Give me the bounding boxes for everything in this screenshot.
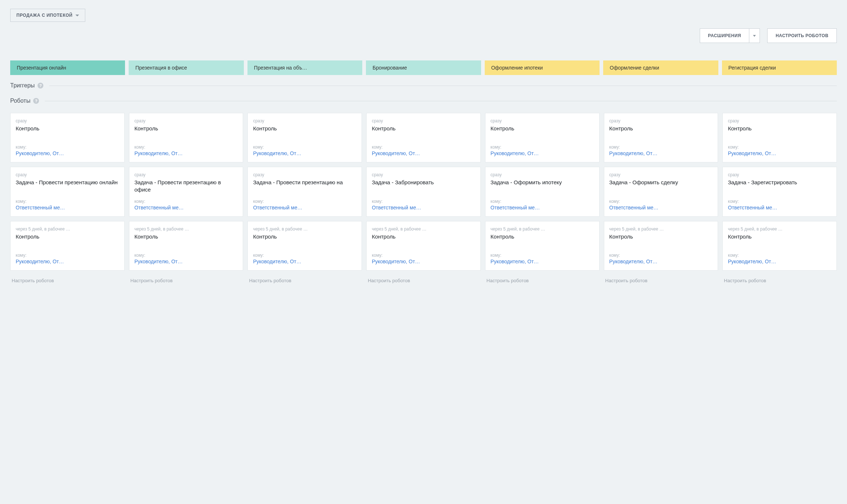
robot-to-value: Руководителю, От… xyxy=(491,150,594,156)
robot-timing: через 5 дней, в рабочее … xyxy=(728,227,831,232)
stage-item[interactable]: Презентация онлайн xyxy=(10,60,125,75)
robot-to-value: Руководителю, От… xyxy=(728,259,831,264)
robot-title: Контроль xyxy=(253,233,356,240)
robot-card[interactable]: сразуЗадача - Провести презентацию наком… xyxy=(247,167,362,217)
stages-row: Презентация онлайнПрезентация в офисеПре… xyxy=(10,60,837,75)
chevron-down-icon xyxy=(753,35,756,37)
robot-title: Контроль xyxy=(728,233,831,240)
stage-item[interactable]: Регистрация сделки xyxy=(722,60,837,75)
extensions-button[interactable]: РАСШИРЕНИЯ xyxy=(700,28,749,43)
robot-card[interactable]: сразуЗадача - Провести презентацию в офи… xyxy=(129,167,243,217)
robot-card[interactable]: сразуКонтролькому:Руководителю, От… xyxy=(10,113,125,162)
robot-to-value: Ответственный ме… xyxy=(253,205,356,210)
stage-item[interactable]: Презентация на объ… xyxy=(247,60,362,75)
robots-row: сразуКонтролькому:Руководителю, От…сразу… xyxy=(10,113,837,162)
configure-robots-link[interactable]: Настроить роботов xyxy=(485,275,600,286)
robot-to-label: кому: xyxy=(16,145,119,150)
robot-timing: сразу xyxy=(609,172,713,177)
triggers-label: Триггеры xyxy=(10,82,35,89)
funnel-selector-label: ПРОДАЖА С ИПОТЕКОЙ xyxy=(16,13,73,18)
robot-timing: через 5 дней, в рабочее … xyxy=(16,227,119,232)
configure-robots-button[interactable]: НАСТРОИТЬ РОБОТОВ xyxy=(767,28,837,43)
funnel-selector[interactable]: ПРОДАЖА С ИПОТЕКОЙ xyxy=(10,9,85,22)
stage-label: Презентация онлайн xyxy=(17,65,72,71)
configure-robots-link[interactable]: Настроить роботов xyxy=(247,275,362,286)
robot-timing: сразу xyxy=(134,118,238,123)
robot-card[interactable]: сразуКонтролькому:Руководителю, От… xyxy=(722,113,837,162)
robot-to-label: кому: xyxy=(728,253,831,258)
robot-to-value: Ответственный ме… xyxy=(134,205,238,210)
robot-title: Задача - Оформить сделку xyxy=(609,179,713,186)
robot-to-label: кому: xyxy=(728,199,831,204)
robot-to-label: кому: xyxy=(16,253,119,258)
robot-to-label: кому: xyxy=(16,199,119,204)
robot-timing: сразу xyxy=(253,118,356,123)
robot-card[interactable]: сразуКонтролькому:Руководителю, От… xyxy=(129,113,243,162)
robot-title: Контроль xyxy=(491,233,594,240)
robot-card[interactable]: через 5 дней, в рабочее …Контролькому:Ру… xyxy=(366,221,481,271)
help-icon[interactable]: ? xyxy=(33,98,39,104)
robot-to-value: Ответственный ме… xyxy=(728,205,831,210)
robot-to-value: Руководителю, От… xyxy=(491,259,594,264)
robot-to-value: Ответственный ме… xyxy=(372,205,475,210)
robot-card[interactable]: сразуКонтролькому:Руководителю, От… xyxy=(604,113,718,162)
stage-label: Презентация в офисе xyxy=(135,65,193,71)
configure-robots-link[interactable]: Настроить роботов xyxy=(10,275,125,286)
robots-section-header: Роботы ? xyxy=(10,98,837,104)
robot-card[interactable]: через 5 дней, в рабочее …Контролькому:Ру… xyxy=(485,221,600,271)
configure-robots-link[interactable]: Настроить роботов xyxy=(129,275,243,286)
robot-card[interactable]: сразуЗадача - Забронироватькому:Ответств… xyxy=(366,167,481,217)
configure-robots-link[interactable]: Настроить роботов xyxy=(366,275,481,286)
robot-title: Задача - Оформить ипотеку xyxy=(491,179,594,186)
robot-title: Задача - Забронировать xyxy=(372,179,475,186)
configure-robots-link[interactable]: Настроить роботов xyxy=(604,275,718,286)
robot-to-value: Руководителю, От… xyxy=(134,259,238,264)
robot-title: Контроль xyxy=(253,125,356,132)
robot-to-value: Руководителю, От… xyxy=(253,150,356,156)
robots-label: Роботы xyxy=(10,98,30,104)
robot-card[interactable]: через 5 дней, в рабочее …Контролькому:Ру… xyxy=(129,221,243,271)
robot-timing: сразу xyxy=(491,118,594,123)
robot-to-label: кому: xyxy=(372,199,475,204)
robot-card[interactable]: сразуЗадача - Оформить ипотекукому:Ответ… xyxy=(485,167,600,217)
stage-label: Регистрация сделки xyxy=(729,65,782,71)
robot-timing: сразу xyxy=(134,172,238,177)
stage-item[interactable]: Бронирование xyxy=(366,60,481,75)
help-icon[interactable]: ? xyxy=(38,83,43,88)
robot-timing: сразу xyxy=(253,172,356,177)
robot-timing: сразу xyxy=(16,118,119,123)
robot-to-value: Руководителю, От… xyxy=(372,259,475,264)
stage-item[interactable]: Оформление сделки xyxy=(603,60,718,75)
robot-to-label: кому: xyxy=(253,253,356,258)
robot-title: Контроль xyxy=(16,125,119,132)
robot-card[interactable]: сразуКонтролькому:Руководителю, От… xyxy=(485,113,600,162)
stage-item[interactable]: Оформление ипотеки xyxy=(485,60,600,75)
robot-timing: сразу xyxy=(372,172,475,177)
robot-title: Контроль xyxy=(134,125,238,132)
robot-title: Задача - Провести презентацию на xyxy=(253,179,356,186)
robot-title: Контроль xyxy=(134,233,238,240)
stage-label: Оформление ипотеки xyxy=(491,65,549,71)
robot-card[interactable]: сразуКонтролькому:Руководителю, От… xyxy=(366,113,481,162)
robot-timing: через 5 дней, в рабочее … xyxy=(372,227,475,232)
robot-card[interactable]: через 5 дней, в рабочее …Контролькому:Ру… xyxy=(10,221,125,271)
robot-card[interactable]: через 5 дней, в рабочее …Контролькому:Ру… xyxy=(604,221,718,271)
robot-card[interactable]: сразуЗадача - Зарегистрироватькому:Ответ… xyxy=(722,167,837,217)
stage-item[interactable]: Презентация в офисе xyxy=(129,60,243,75)
robot-to-label: кому: xyxy=(728,145,831,150)
extensions-dropdown-toggle[interactable] xyxy=(749,28,760,43)
robot-to-label: кому: xyxy=(609,199,713,204)
robot-to-label: кому: xyxy=(372,145,475,150)
robot-card[interactable]: сразуКонтролькому:Руководителю, От… xyxy=(247,113,362,162)
robot-title: Задача - Провести презентацию онлайн xyxy=(16,179,119,186)
triggers-section-header: Триггеры ? xyxy=(10,82,837,89)
configure-robots-link[interactable]: Настроить роботов xyxy=(722,275,837,286)
robot-card[interactable]: через 5 дней, в рабочее …Контролькому:Ру… xyxy=(247,221,362,271)
robot-to-label: кому: xyxy=(134,199,238,204)
robot-timing: сразу xyxy=(609,118,713,123)
robot-card[interactable]: сразуЗадача - Оформить сделкукому:Ответс… xyxy=(604,167,718,217)
robot-title: Задача - Зарегистрировать xyxy=(728,179,831,186)
robot-card[interactable]: через 5 дней, в рабочее …Контролькому:Ру… xyxy=(722,221,837,271)
robot-to-value: Руководителю, От… xyxy=(16,150,119,156)
robot-card[interactable]: сразуЗадача - Провести презентацию онлай… xyxy=(10,167,125,217)
